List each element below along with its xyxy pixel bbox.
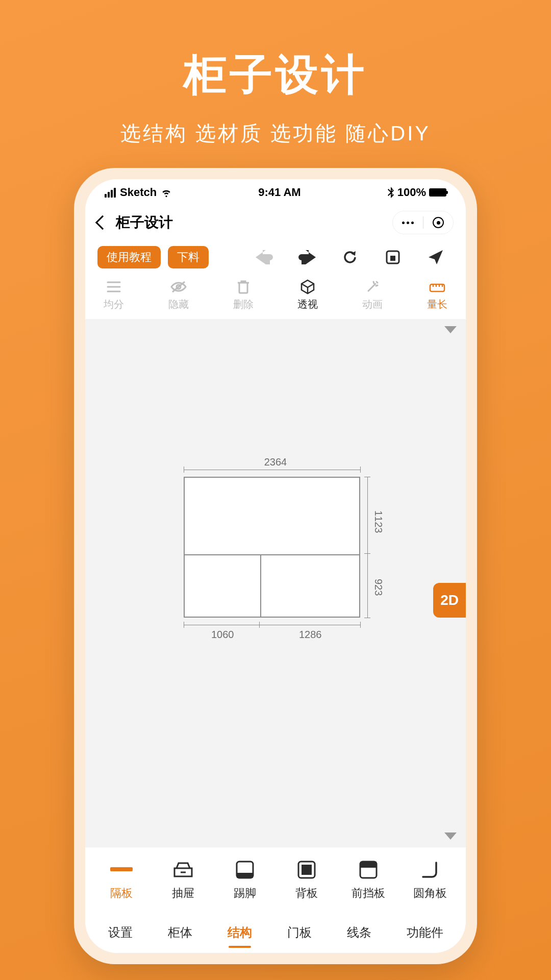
collapse-top-icon[interactable]	[444, 326, 457, 333]
page-title: 柜子设计	[116, 213, 173, 232]
redo-button[interactable]	[289, 250, 325, 264]
design-canvas[interactable]: 2D 2364 1123 923 1060	[85, 319, 466, 847]
svg-rect-8	[237, 873, 253, 878]
cabinet-diagram[interactable]: 2364 1123 923 1060	[168, 459, 383, 643]
delete-tool[interactable]: 删除	[227, 279, 260, 311]
roundboard-button[interactable]: 圆角板	[405, 859, 456, 901]
kick-icon	[235, 860, 255, 880]
drawer-button[interactable]: 抽屉	[158, 859, 209, 901]
dim-bottom-left: 1060	[211, 629, 234, 641]
ruler-icon	[429, 281, 445, 292]
collapse-bottom-icon[interactable]	[444, 832, 457, 840]
dim-right-upper: 1123	[372, 510, 384, 533]
backboard-icon	[296, 860, 317, 880]
carrier-label: Sketch	[120, 186, 157, 199]
backboard-button[interactable]: 背板	[281, 859, 332, 901]
partition-button[interactable]: 隔板	[96, 859, 147, 901]
svg-rect-5	[110, 867, 133, 871]
clock: 9:41 AM	[258, 186, 301, 199]
perspective-tool[interactable]: 透视	[291, 279, 324, 311]
back-button[interactable]	[95, 215, 110, 230]
status-bar: Sketch 9:41 AM 100%	[85, 179, 466, 206]
trash-icon	[237, 280, 250, 294]
more-icon[interactable]	[402, 222, 414, 224]
roundboard-icon	[420, 860, 440, 880]
frontboard-button[interactable]: 前挡板	[343, 859, 394, 901]
tab-bar: 设置 柜体 结构 门板 线条 功能件	[85, 912, 466, 953]
dim-bottom-right: 1286	[299, 629, 322, 641]
primary-toolbar: 使用教程 下料	[85, 239, 466, 275]
mini-program-capsule[interactable]	[392, 211, 454, 234]
frontboard-icon	[358, 860, 379, 880]
dim-top: 2364	[264, 456, 287, 468]
dim-right-lower: 923	[372, 579, 384, 596]
nav-bar: 柜子设计	[85, 206, 466, 239]
marketing-hero: 柜子设计 选结构 选材质 选功能 随心DIY	[120, 0, 431, 168]
refresh-button[interactable]	[332, 250, 368, 265]
view-mode-toggle[interactable]: 2D	[433, 583, 466, 618]
undo-button[interactable]	[246, 250, 282, 264]
animation-tool[interactable]: 动画	[356, 279, 389, 311]
tab-feature[interactable]: 功能件	[405, 920, 445, 945]
tab-line[interactable]: 线条	[345, 920, 373, 945]
eye-off-icon	[170, 281, 187, 293]
bluetooth-icon	[387, 187, 394, 198]
component-bar: 隔板 抽屉 踢脚 背板 前挡板 圆角板	[85, 847, 466, 912]
signal-icon	[105, 188, 116, 198]
divide-tool[interactable]: 均分	[97, 279, 130, 311]
svg-rect-12	[360, 862, 377, 868]
hero-title: 柜子设计	[120, 46, 431, 104]
cut-material-button[interactable]: 下料	[168, 246, 209, 268]
wifi-icon	[161, 187, 172, 198]
secondary-toolbar: 均分 隐藏 删除 透视 动画 量长	[85, 275, 466, 319]
svg-rect-10	[302, 865, 312, 875]
hide-tool[interactable]: 隐藏	[162, 279, 195, 311]
partition-icon	[110, 867, 133, 872]
tab-door[interactable]: 门板	[285, 920, 314, 945]
app-screen: Sketch 9:41 AM 100% 柜子设计 使用教程 下料 均分	[85, 179, 466, 953]
save-button[interactable]	[375, 250, 411, 265]
send-button[interactable]	[418, 249, 454, 265]
battery-icon	[429, 188, 446, 197]
tab-structure[interactable]: 结构	[226, 920, 254, 945]
tab-settings[interactable]: 设置	[106, 920, 135, 945]
svg-rect-1	[390, 256, 395, 261]
measure-tool[interactable]: 量长	[421, 279, 454, 311]
hero-subtitle: 选结构 选材质 选功能 随心DIY	[120, 119, 431, 148]
capsule-divider	[423, 216, 423, 229]
close-program-icon[interactable]	[433, 217, 444, 228]
tab-cabinet[interactable]: 柜体	[166, 920, 194, 945]
drawer-icon	[172, 861, 194, 878]
tutorial-button[interactable]: 使用教程	[97, 246, 161, 268]
divide-icon	[107, 281, 121, 293]
kick-button[interactable]: 踢脚	[219, 859, 270, 901]
phone-frame: Sketch 9:41 AM 100% 柜子设计 使用教程 下料 均分	[74, 168, 477, 964]
cube-icon	[300, 279, 315, 295]
battery-label: 100%	[397, 186, 426, 199]
wand-icon	[365, 280, 380, 294]
